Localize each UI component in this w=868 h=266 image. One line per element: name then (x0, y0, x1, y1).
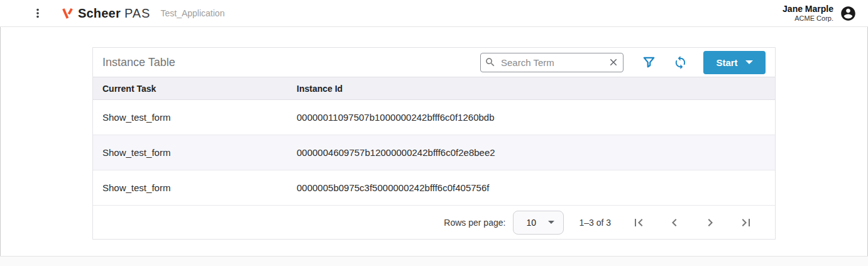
scheer-logo-icon (62, 8, 74, 19)
chevron-right-icon (703, 215, 718, 230)
last-page-button[interactable] (739, 215, 754, 230)
first-page-icon (631, 215, 646, 230)
start-button[interactable]: Start (703, 51, 766, 74)
chevron-left-icon (667, 215, 682, 230)
pagination-range-label: 1–3 of 3 (579, 218, 611, 228)
cell-current-task: Show_test_form (93, 182, 297, 193)
card-title: Instance Table (102, 56, 175, 69)
table-header-row: Current Task Instance Id (93, 77, 775, 100)
table-row[interactable]: Show_test_form 0000005b0975c3f5000000242… (93, 170, 775, 206)
brand-scheer-text: Scheer (78, 6, 121, 21)
column-header-instance-id[interactable]: Instance Id (297, 84, 775, 94)
rows-per-page-select[interactable]: 10 (513, 211, 564, 235)
cell-instance-id: 0000004609757b12000000242bfff6c0f2e8bee2 (297, 147, 775, 158)
application-name: Test_Application (160, 8, 224, 18)
cell-current-task: Show_test_form (93, 112, 297, 123)
card-header: Instance Table Start (93, 48, 775, 77)
select-caret-icon (548, 221, 554, 224)
search-icon (485, 57, 496, 68)
brand-pas-text: PAS (124, 6, 151, 21)
instance-table-card: Instance Table Start Curr (92, 47, 776, 240)
table-row[interactable]: Show_test_form 0000004609757b12000000242… (93, 135, 775, 170)
clear-search-icon[interactable] (608, 57, 619, 68)
refresh-button[interactable] (672, 54, 688, 70)
start-dropdown-caret-icon (745, 60, 753, 64)
filter-icon (642, 55, 656, 70)
refresh-icon (673, 55, 688, 70)
search-field (480, 53, 624, 72)
user-organization: ACME Corp. (783, 14, 833, 23)
viewport-bottom-strip (0, 256, 868, 266)
first-page-button[interactable] (631, 215, 646, 230)
account-circle-icon[interactable] (840, 5, 857, 22)
last-page-icon (739, 215, 754, 230)
start-button-label: Start (716, 57, 737, 68)
top-app-bar: Scheer PAS Test_Application Jane Marple … (0, 0, 868, 27)
table-pagination-footer: Rows per page: 10 1–3 of 3 (93, 206, 775, 239)
rows-per-page-label: Rows per page: (444, 218, 505, 228)
cell-current-task: Show_test_form (93, 147, 297, 158)
filter-button[interactable] (640, 54, 657, 70)
kebab-menu-icon[interactable] (30, 6, 45, 21)
cell-instance-id: 0000005b0975c3f5000000242bfff6c0f405756f (297, 182, 775, 193)
search-input[interactable] (480, 53, 624, 72)
user-info: Jane Marple ACME Corp. (783, 4, 833, 23)
next-page-button[interactable] (703, 215, 718, 230)
previous-page-button[interactable] (667, 215, 682, 230)
table-row[interactable]: Show_test_form 00000011097507b1000000242… (93, 100, 775, 135)
brand-logo[interactable]: Scheer PAS (62, 6, 150, 21)
column-header-current-task[interactable]: Current Task (93, 84, 297, 94)
cell-instance-id: 00000011097507b1000000242bfff6c0f1260bdb (297, 112, 775, 123)
rows-per-page-value: 10 (526, 218, 536, 228)
user-name: Jane Marple (783, 4, 833, 14)
